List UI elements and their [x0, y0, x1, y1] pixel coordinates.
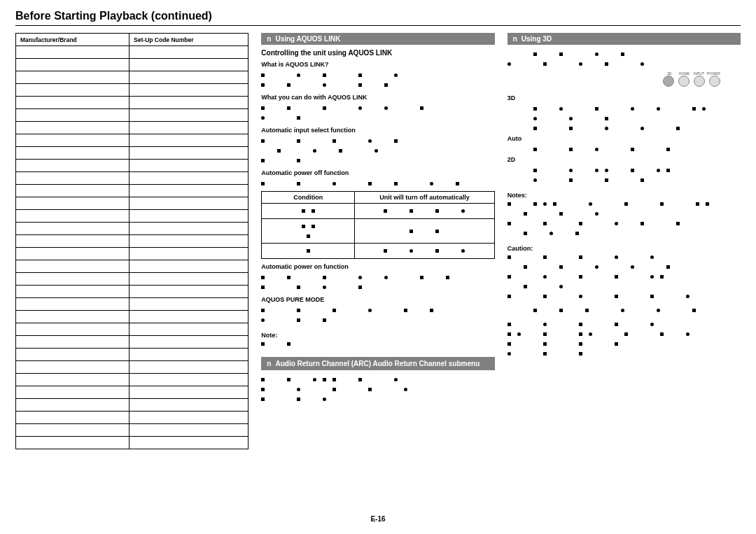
body-text: [507, 59, 741, 69]
section-aquos-link-label: Using AQUOS LINK: [275, 35, 340, 43]
page-number: E-16: [0, 515, 756, 523]
table-row: [16, 109, 248, 122]
body-text: [507, 319, 741, 329]
section-arc: nAudio Return Channel (ARC) Audio Return…: [261, 357, 494, 370]
body-text: [507, 49, 741, 59]
body-text: [261, 305, 494, 315]
body-text: [507, 218, 741, 228]
body-text: [261, 113, 494, 122]
table-row: [16, 386, 248, 399]
remote-button-input: [694, 76, 705, 87]
mode-auto-label: Auto: [507, 135, 528, 142]
table-row: [16, 197, 248, 210]
table-row: [16, 122, 248, 134]
th-condition: Condition: [262, 192, 355, 204]
remote-button-power: [709, 76, 720, 87]
caution-label: Caution:: [507, 245, 741, 252]
table-row: [16, 172, 248, 185]
table-row: [16, 248, 248, 260]
table-row: [16, 160, 248, 172]
notes-label: Notes:: [507, 192, 741, 199]
brand-code-table: Manufacturer/Brand Set-Up Code Number: [15, 33, 248, 449]
body-text: [261, 272, 494, 282]
remote-button-3d: [663, 76, 674, 87]
body-text: [507, 123, 741, 133]
table-row: [16, 349, 248, 361]
heading-pure-mode: AQUOS PURE MODE: [261, 296, 494, 303]
body-text: [507, 228, 741, 238]
table-row: [16, 84, 248, 97]
table-row: [16, 273, 248, 286]
heading-what-is: What is AQUOS LINK?: [261, 61, 494, 68]
body-text: [261, 394, 494, 404]
body-text: [261, 70, 494, 80]
table-row: [16, 424, 248, 437]
body-text: [507, 252, 741, 262]
table-row: [16, 260, 248, 273]
middle-column: nUsing AQUOS LINK Controlling the unit u…: [261, 33, 494, 449]
body-text: [507, 281, 741, 291]
body-text: [507, 305, 741, 315]
body-text: [507, 113, 741, 123]
table-row: [16, 311, 248, 323]
subtitle-controlling: Controlling the unit using AQUOS LINK: [261, 49, 494, 57]
body-text: [507, 349, 741, 358]
table-row: [16, 361, 248, 374]
table-row: [16, 336, 248, 349]
body-text: [507, 144, 741, 154]
section-aquos-link: nUsing AQUOS LINK: [261, 33, 494, 45]
left-column: Manufacturer/Brand Set-Up Code Number: [15, 33, 248, 449]
remote-button-home: [678, 76, 690, 87]
table-row: [16, 286, 248, 298]
body-text: [261, 136, 494, 146]
body-text: [507, 104, 741, 113]
mode-auto-row: Auto: [507, 135, 741, 142]
body-text: [507, 175, 741, 185]
table-row: [16, 235, 248, 248]
table-row: [16, 374, 248, 386]
body-text: [261, 282, 494, 292]
heading-auto-on: Automatic power on function: [261, 263, 494, 270]
right-column: nUsing 3D 3D HOME INPUT POWER 3D Auto: [507, 33, 741, 449]
horizontal-rule: [15, 25, 741, 26]
remote-illustration: 3D HOME INPUT POWER: [643, 71, 741, 92]
heading-can-do: What you can do with AQUOS LINK: [261, 94, 494, 101]
body-text: [261, 80, 494, 90]
body-text: [261, 339, 494, 349]
body-text: [261, 155, 494, 165]
remote-label-3d: 3D: [662, 71, 676, 76]
body-text: [507, 291, 741, 301]
table-row: [16, 210, 248, 223]
table-row: [16, 223, 248, 235]
content-columns: Manufacturer/Brand Set-Up Code Number nU…: [15, 33, 741, 449]
body-text: [507, 272, 741, 281]
body-text: [507, 329, 741, 339]
heading-auto-off: Automatic power off function: [261, 169, 494, 176]
note-label: Note:: [261, 332, 494, 339]
body-text: [261, 374, 494, 384]
section-arc-label: Audio Return Channel (ARC) Audio Return …: [275, 360, 479, 367]
table-row: [16, 59, 248, 71]
cond-row: [262, 204, 494, 219]
mode-2d-label: 2D: [507, 156, 528, 163]
table-row: [16, 323, 248, 336]
table-row: [16, 298, 248, 311]
heading-auto-input: Automatic input select function: [261, 127, 494, 134]
body-text: [507, 339, 741, 349]
table-row: [16, 399, 248, 412]
mode-3d-row: 3D: [507, 94, 741, 101]
condition-table: Condition Unit will turn off automatical…: [261, 191, 494, 259]
th-brand: Manufacturer/Brand: [16, 34, 130, 46]
table-row: [16, 147, 248, 160]
table-row: [16, 185, 248, 197]
body-text: [261, 178, 494, 188]
table-row: [16, 46, 248, 59]
body-text: [507, 262, 741, 272]
table-row: [16, 412, 248, 424]
section-3d: nUsing 3D: [507, 33, 741, 45]
mode-3d-label: 3D: [507, 94, 528, 101]
section-3d-label: Using 3D: [522, 35, 552, 43]
body-text: [507, 165, 741, 175]
table-row: [16, 437, 248, 449]
page-title: Before Starting Playback (continued): [15, 10, 741, 22]
